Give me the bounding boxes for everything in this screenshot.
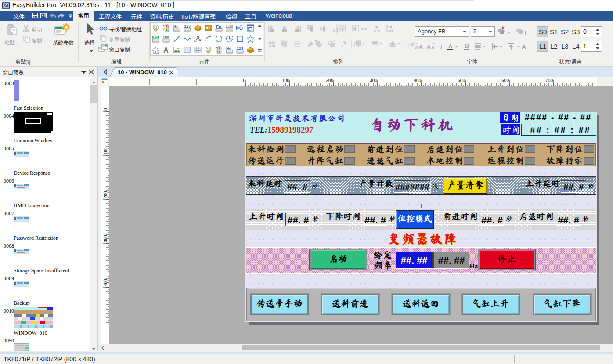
svg-text:500: 500 xyxy=(458,78,465,83)
svg-text:ABC: ABC xyxy=(163,36,170,39)
svg-text:Fn: Fn xyxy=(216,24,221,29)
svg-text:300: 300 xyxy=(103,235,108,242)
svg-text:123: 123 xyxy=(237,46,243,50)
svg-text:200: 200 xyxy=(326,78,333,83)
svg-text:400: 400 xyxy=(103,279,108,286)
svg-text:200: 200 xyxy=(103,191,108,198)
svg-text:A: A xyxy=(448,43,453,50)
svg-text:400: 400 xyxy=(414,78,421,83)
svg-text:I: I xyxy=(524,30,526,36)
svg-text:A: A xyxy=(415,45,418,50)
svg-text:A: A xyxy=(522,43,526,50)
svg-text:123: 123 xyxy=(184,24,191,29)
svg-text:XY: XY xyxy=(389,29,393,32)
svg-text:A: A xyxy=(418,43,423,50)
svg-text:A: A xyxy=(163,47,169,54)
svg-text:0: 0 xyxy=(243,78,245,83)
svg-text:I: I xyxy=(440,43,443,50)
svg-text:A: A xyxy=(431,45,435,50)
svg-text:U: U xyxy=(465,43,469,50)
svg-text:300: 300 xyxy=(370,78,377,83)
svg-text:700: 700 xyxy=(545,78,553,83)
svg-text:0: 0 xyxy=(103,108,108,111)
svg-text:100: 100 xyxy=(103,147,108,155)
svg-text:600: 600 xyxy=(501,78,509,83)
svg-text:HH: HH xyxy=(226,47,231,51)
svg-text:999: 999 xyxy=(153,36,158,39)
svg-text:HH: HH xyxy=(173,25,178,29)
svg-text:100: 100 xyxy=(282,78,289,83)
svg-text:A: A xyxy=(426,43,431,50)
